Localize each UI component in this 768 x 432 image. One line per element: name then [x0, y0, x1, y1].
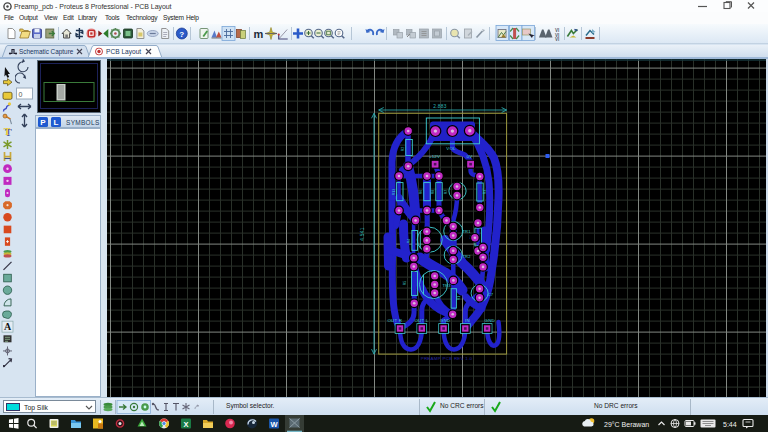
svg-text:P: P [40, 118, 46, 127]
svg-text:C7: C7 [488, 292, 494, 297]
svg-text:R7: R7 [444, 190, 448, 195]
svg-text:VI: VI [555, 37, 559, 42]
svg-text:?: ? [179, 30, 184, 39]
svg-text:Schematic Capture: Schematic Capture [19, 48, 74, 56]
svg-text:0: 0 [19, 91, 23, 98]
svg-text:R3: R3 [483, 190, 487, 195]
svg-text:X: X [183, 420, 188, 429]
svg-text:0V: 0V [467, 154, 473, 159]
svg-text:OUT L: OUT L [414, 318, 428, 323]
svg-text:L: L [54, 118, 59, 127]
svg-text:PREAMP PCB REV 1.0: PREAMP PCB REV 1.0 [421, 356, 473, 361]
svg-text:VOL: VOL [446, 146, 456, 151]
svg-text:29°C Berawan: 29°C Berawan [604, 421, 649, 428]
svg-text:PCB Layout: PCB Layout [106, 48, 141, 56]
svg-text:T: T [4, 126, 11, 137]
svg-text:R4: R4 [407, 239, 411, 244]
svg-text:GND: GND [485, 318, 495, 323]
svg-text:R2: R2 [401, 147, 405, 152]
svg-text:R1: R1 [457, 296, 461, 301]
svg-text:A: A [4, 321, 12, 332]
svg-text:R8: R8 [431, 190, 435, 195]
svg-text:W: W [270, 420, 278, 429]
svg-text:GND: GND [440, 318, 450, 323]
svg-text:R5: R5 [403, 281, 407, 286]
svg-text:R13: R13 [392, 189, 396, 195]
svg-text:IN: IN [465, 318, 470, 323]
svg-text:R6: R6 [419, 190, 423, 195]
svg-text:m: m [254, 28, 264, 40]
svg-text:2.883: 2.883 [433, 104, 447, 109]
svg-text:OUT R: OUT R [388, 318, 403, 323]
svg-text:5:44: 5:44 [723, 421, 737, 428]
svg-text:+12V: +12V [429, 154, 440, 159]
svg-text:4.541: 4.541 [360, 227, 365, 241]
svg-text:TR1: TR1 [462, 229, 471, 234]
svg-text:TR2: TR2 [462, 254, 471, 259]
